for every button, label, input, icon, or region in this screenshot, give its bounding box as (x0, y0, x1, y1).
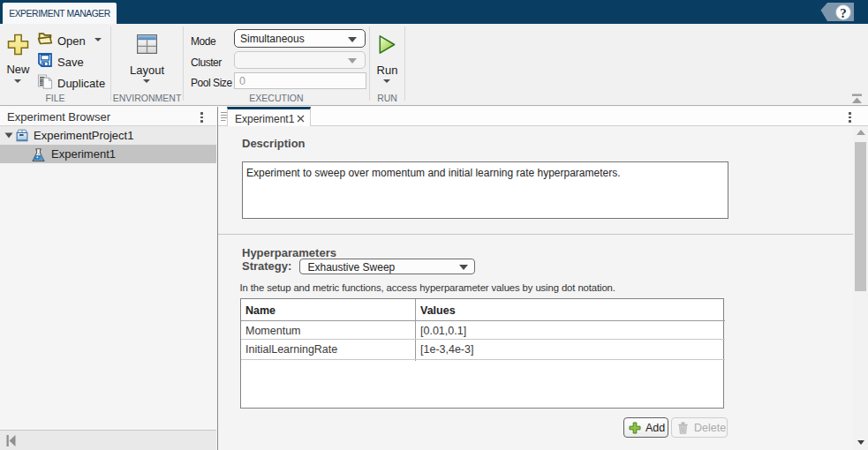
svg-text:?: ? (840, 6, 847, 20)
